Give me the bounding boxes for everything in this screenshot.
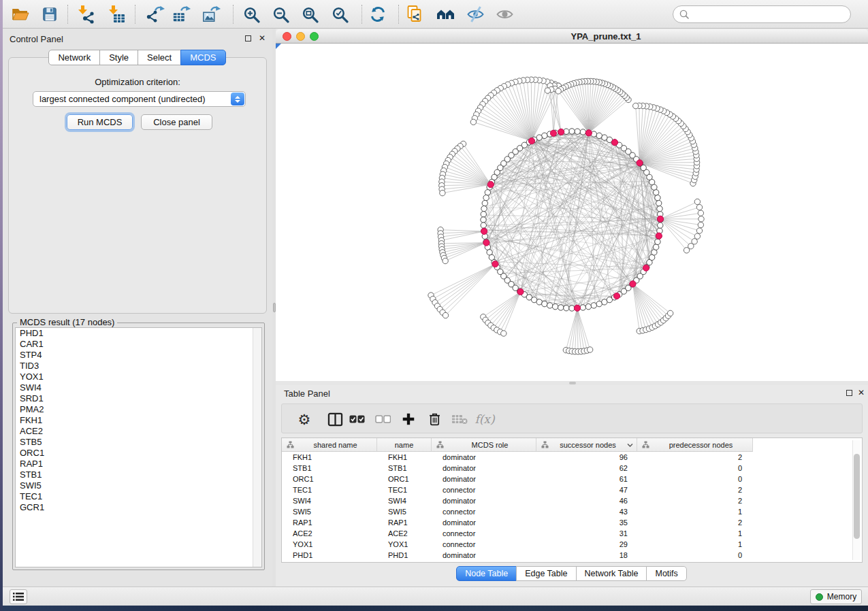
control-panel-title: Control Panel xyxy=(10,34,63,44)
column-type-icon xyxy=(287,441,294,448)
column-header-successor-nodes[interactable]: successor nodes xyxy=(536,438,637,452)
mcds-result-item[interactable]: ACE2 xyxy=(16,426,261,437)
table-cell: dominator xyxy=(432,452,536,463)
zoom-out-icon[interactable] xyxy=(271,5,290,24)
column-label: name xyxy=(377,441,431,449)
criterion-dropdown-value: largest connected component (undirected) xyxy=(39,94,206,104)
mcds-result-item[interactable]: STB1 xyxy=(16,469,261,480)
table-row[interactable]: RAP1RAP1dominator352 xyxy=(282,517,753,528)
control-panel: Control Panel ✕ NetworkStyleSelectMCDS O… xyxy=(3,29,272,587)
import-network-icon[interactable] xyxy=(76,5,95,24)
table-cell: 18 xyxy=(536,550,637,561)
search-input[interactable] xyxy=(690,7,850,21)
mcds-result-item[interactable]: RAP1 xyxy=(16,459,261,469)
tab-style[interactable]: Style xyxy=(99,50,138,65)
table-cell: TEC1 xyxy=(282,484,377,495)
table-cell: 46 xyxy=(536,495,637,506)
column-header-MCDS-role[interactable]: MCDS role xyxy=(432,438,536,452)
table-row[interactable]: SWI5SWI5connector431 xyxy=(282,506,753,517)
tab-network-table[interactable]: Network Table xyxy=(576,566,647,581)
float-panel-icon[interactable] xyxy=(846,390,852,396)
close-panel-button[interactable]: Close panel xyxy=(141,114,212,130)
column-header-shared-name[interactable]: shared name xyxy=(282,438,377,452)
mcds-result-item[interactable]: TEC1 xyxy=(16,491,261,502)
table-cell: dominator xyxy=(432,474,536,484)
mcds-result-item[interactable]: YOX1 xyxy=(16,371,261,382)
network-canvas[interactable] xyxy=(276,44,868,381)
window-zoom-traffic-light[interactable] xyxy=(310,32,319,41)
table-row[interactable]: SWI4SWI4dominator462 xyxy=(282,495,753,506)
mcds-result-item[interactable]: CAR1 xyxy=(16,339,261,350)
mcds-result-item[interactable]: SRD1 xyxy=(16,393,261,404)
table-cell: RAP1 xyxy=(282,517,377,528)
table-row[interactable]: STB1STB1dominator620 xyxy=(282,463,753,474)
hide-selected-eye-slash-icon[interactable] xyxy=(466,5,485,24)
mcds-list-scrollbar[interactable] xyxy=(253,328,261,567)
mcds-result-item[interactable]: PHD1 xyxy=(16,328,261,339)
mcds-result-item[interactable]: STB5 xyxy=(16,437,261,448)
table-cell: dominator xyxy=(432,495,536,506)
select-all-columns-icon[interactable] xyxy=(347,410,367,429)
refresh-icon[interactable] xyxy=(368,5,387,24)
column-header-predecessor-nodes[interactable]: predecessor nodes xyxy=(637,438,753,452)
zoom-in-icon[interactable] xyxy=(242,5,261,24)
delete-table-icon xyxy=(449,410,470,429)
splitter-grip[interactable] xyxy=(569,382,576,384)
tab-motifs[interactable]: Motifs xyxy=(646,566,686,581)
table-row[interactable]: YOX1YOX1connector291 xyxy=(282,539,753,550)
table-cell: 0 xyxy=(637,463,753,474)
float-panel-icon[interactable] xyxy=(245,35,251,42)
mcds-result-item[interactable]: TID3 xyxy=(16,361,261,371)
save-session-icon[interactable] xyxy=(40,5,59,24)
splitter-grip[interactable] xyxy=(273,303,276,312)
mcds-result-item[interactable]: STP4 xyxy=(16,350,261,361)
mcds-result-item[interactable]: FKH1 xyxy=(16,415,261,426)
scrollbar-thumb[interactable] xyxy=(854,454,860,539)
tab-mcds[interactable]: MCDS xyxy=(180,50,225,65)
table-cell: YOX1 xyxy=(377,539,432,550)
delete-column-trash-icon[interactable] xyxy=(424,410,445,429)
column-header-name[interactable]: name xyxy=(377,438,432,452)
tab-select[interactable]: Select xyxy=(138,50,181,65)
clone-network-icon[interactable] xyxy=(406,5,425,24)
tab-network[interactable]: Network xyxy=(48,50,100,65)
network-view-window: YPA_prune.txt_1 xyxy=(276,29,868,381)
first-neighbors-icon[interactable] xyxy=(436,5,455,24)
table-cell: STB1 xyxy=(282,463,377,474)
toolbar-separator xyxy=(135,5,135,24)
export-network-icon[interactable] xyxy=(146,5,165,24)
tab-node-table[interactable]: Node Table xyxy=(456,566,517,581)
tab-edge-table[interactable]: Edge Table xyxy=(516,566,576,581)
table-row[interactable]: ACE2ACE2connector311 xyxy=(282,528,753,539)
add-column-icon[interactable] xyxy=(398,410,419,429)
mcds-result-item[interactable]: ORC1 xyxy=(16,448,261,459)
unselect-all-columns-icon[interactable] xyxy=(372,410,393,429)
mcds-result-item[interactable]: SWI5 xyxy=(16,480,261,491)
window-minimize-traffic-light[interactable] xyxy=(296,32,305,41)
close-panel-icon[interactable]: ✕ xyxy=(259,35,266,42)
open-file-icon[interactable] xyxy=(11,5,30,24)
network-graph[interactable] xyxy=(276,44,868,381)
close-panel-icon[interactable]: ✕ xyxy=(858,389,865,396)
export-image-icon[interactable] xyxy=(202,5,221,24)
table-row[interactable]: PHD1PHD1dominator180 xyxy=(282,550,753,561)
import-table-icon[interactable] xyxy=(107,5,126,24)
memory-button[interactable]: Memory xyxy=(810,589,862,604)
run-mcds-button[interactable]: Run MCDS xyxy=(67,114,133,130)
table-scrollbar[interactable] xyxy=(852,440,861,560)
criterion-dropdown[interactable]: largest connected component (undirected) xyxy=(33,91,246,107)
zoom-selected-icon[interactable] xyxy=(330,5,349,24)
mcds-result-item[interactable]: GCR1 xyxy=(16,502,261,513)
mcds-result-item[interactable]: SWI4 xyxy=(16,382,261,393)
table-row[interactable]: TEC1TEC1connector472 xyxy=(282,484,753,495)
zoom-fit-icon[interactable] xyxy=(300,5,319,24)
export-table-icon[interactable] xyxy=(172,5,191,24)
task-history-button[interactable] xyxy=(10,589,27,604)
mcds-result-item[interactable]: PMA2 xyxy=(16,404,261,415)
show-column-panel-icon[interactable] xyxy=(325,410,345,429)
table-options-gear-icon[interactable]: ⚙ xyxy=(294,410,315,429)
table-row[interactable]: ORC1ORC1dominator610 xyxy=(282,474,753,484)
table-row[interactable]: FKH1FKH1dominator962 xyxy=(282,452,753,463)
table-cell: 1 xyxy=(637,539,753,550)
window-close-traffic-light[interactable] xyxy=(283,32,291,41)
